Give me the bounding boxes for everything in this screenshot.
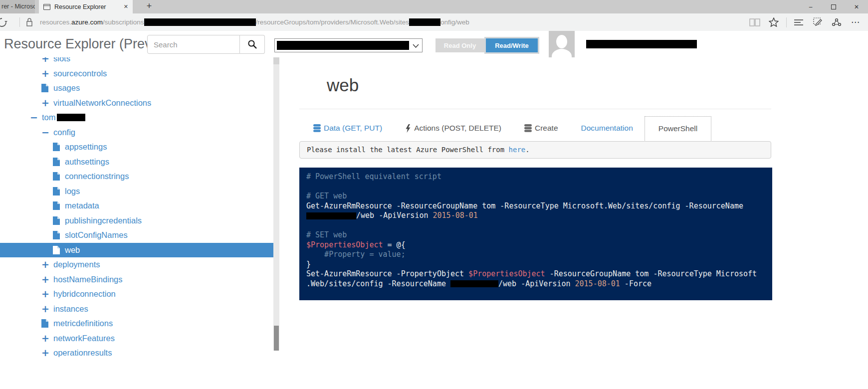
tree-item-slotConfigNames[interactable]: slotConfigNames xyxy=(0,228,273,243)
tree-item-label: config xyxy=(53,128,75,137)
code-line: Set-AzureRmResource -PropertyObject $Pro… xyxy=(306,269,767,279)
plus-icon[interactable]: + xyxy=(41,289,53,299)
file-icon xyxy=(53,216,65,225)
minus-icon[interactable]: − xyxy=(41,128,53,137)
tab-documentation[interactable]: Documentation xyxy=(574,118,641,139)
avatar[interactable] xyxy=(549,31,575,59)
sidebar-scrollbar[interactable] xyxy=(273,57,279,351)
file-icon xyxy=(53,187,65,195)
code-line xyxy=(306,182,767,192)
here-link[interactable]: here xyxy=(509,146,526,154)
tree-item-sourcecontrols[interactable]: +sourcecontrols xyxy=(0,66,273,81)
title-divider xyxy=(299,109,771,109)
minus-icon[interactable]: − xyxy=(30,113,42,122)
tab-title: Resource Explorer xyxy=(54,3,121,10)
window-maximize-button[interactable] xyxy=(822,0,845,13)
plus-icon[interactable]: + xyxy=(41,69,53,78)
redacted-text xyxy=(57,114,85,121)
subscription-dropdown[interactable] xyxy=(274,38,423,52)
file-icon xyxy=(53,172,65,181)
web-note-icon[interactable] xyxy=(808,15,827,30)
plus-icon[interactable]: + xyxy=(41,334,53,343)
hub-icon[interactable] xyxy=(789,15,808,30)
scrollbar-thumb[interactable] xyxy=(274,326,279,351)
tab-create[interactable]: Create xyxy=(517,118,566,139)
scrollbar-up-arrow[interactable] xyxy=(273,57,279,64)
tree-item-appsettings[interactable]: appsettings xyxy=(0,140,273,155)
search-input[interactable] xyxy=(147,35,240,54)
window-minimize-button[interactable]: – xyxy=(799,0,822,13)
tree-item-label: connectionstrings xyxy=(65,172,129,181)
tree-item-label: virtualNetworkConnections xyxy=(53,98,151,108)
plus-icon[interactable]: + xyxy=(41,275,53,284)
tree-item-hostNameBindings[interactable]: +hostNameBindings xyxy=(0,272,273,287)
lock-icon xyxy=(25,17,34,29)
tree-item-hybridconnection[interactable]: +hybridconnection xyxy=(0,287,273,302)
tree-item-web[interactable]: web xyxy=(0,243,273,258)
more-icon[interactable]: ⋯ xyxy=(846,15,865,30)
address-bar: resources.azure.com/subscriptions/resour… xyxy=(0,13,868,31)
plus-icon[interactable]: + xyxy=(41,304,53,314)
reading-view-icon[interactable] xyxy=(745,15,764,30)
resource-detail-panel: web Data (GET, PUT)Actions (POST, DELETE… xyxy=(279,57,868,389)
file-icon xyxy=(53,201,65,210)
tree-item-label: tom xyxy=(42,113,56,122)
search-icon xyxy=(247,39,257,49)
read-write-button[interactable]: Read/Write xyxy=(486,38,538,52)
tree-item-connectionstrings[interactable]: connectionstrings xyxy=(0,169,273,184)
tab-label: Documentation xyxy=(581,124,633,133)
tab-close-icon[interactable]: ✕ xyxy=(124,3,128,10)
tree-item-usages[interactable]: usages xyxy=(0,81,273,96)
browser-tabstrip: rer - Microso Resource Explorer ✕ + – ✕ xyxy=(0,0,868,13)
window-close-button[interactable]: ✕ xyxy=(845,0,868,13)
tree-item-metricdefinitions[interactable]: metricdefinitions xyxy=(0,316,273,331)
tree-item-label: authsettings xyxy=(65,157,109,167)
share-icon[interactable] xyxy=(827,15,846,30)
chevron-down-icon xyxy=(413,44,419,48)
plus-icon[interactable]: + xyxy=(41,260,53,269)
code-line: Get-AzureRmResource -ResourceGroupName t… xyxy=(306,201,767,211)
powershell-script-block[interactable]: # PowerShell equivalent script # GET web… xyxy=(299,168,772,300)
file-icon xyxy=(53,246,65,254)
resource-tree: +slots+sourcecontrolsusages+virtualNetwo… xyxy=(0,57,279,361)
plus-icon[interactable]: + xyxy=(41,348,53,358)
plus-icon[interactable]: + xyxy=(41,57,53,63)
tree-item-logs[interactable]: logs xyxy=(0,184,273,199)
tree-item-publishingcredentials[interactable]: publishingcredentials xyxy=(0,213,273,228)
detail-tabs: Data (GET, PUT)Actions (POST, DELETE)Cre… xyxy=(306,116,719,141)
background-tab[interactable]: rer - Microso xyxy=(0,0,35,13)
tree-item-label: hybridconnection xyxy=(53,289,116,299)
tree-item-instances[interactable]: +instances xyxy=(0,302,273,317)
tab-actions-post-delete[interactable]: Actions (POST, DELETE) xyxy=(398,118,509,139)
tree-item-slots[interactable]: +slots xyxy=(0,57,273,66)
tab-powershell[interactable]: PowerShell xyxy=(645,116,711,141)
favorites-star-icon[interactable] xyxy=(764,15,783,30)
database-icon xyxy=(524,124,532,132)
tree-item-operationresults[interactable]: +operationresults xyxy=(0,346,273,361)
tree-item-config[interactable]: −config xyxy=(0,125,273,140)
code-line: # GET web xyxy=(306,192,767,201)
refresh-icon[interactable] xyxy=(0,17,8,27)
active-tab[interactable]: Resource Explorer ✕ xyxy=(39,0,133,13)
new-tab-button[interactable]: + xyxy=(142,0,157,13)
tree-item-label: hostNameBindings xyxy=(53,275,123,284)
address-divider xyxy=(19,17,20,27)
tree-item-label: deployments xyxy=(53,260,100,269)
tree-item-metadata[interactable]: metadata xyxy=(0,198,273,213)
read-only-button[interactable]: Read Only xyxy=(435,38,484,52)
tree-item-label: usages xyxy=(53,83,80,93)
url-text[interactable]: resources.azure.com/subscriptions/resour… xyxy=(40,13,469,31)
code-line: } xyxy=(306,260,767,270)
redacted-text xyxy=(306,212,356,219)
tree-item-deployments[interactable]: +deployments xyxy=(0,257,273,272)
tree-item-label: web xyxy=(65,245,80,255)
tree-item-virtualNetworkConnections[interactable]: +virtualNetworkConnections xyxy=(0,96,273,111)
tree-item-networkFeatures[interactable]: +networkFeatures xyxy=(0,331,273,346)
search-button[interactable] xyxy=(240,35,265,54)
tree-item-tom[interactable]: −tom xyxy=(0,110,273,125)
tab-data-get-put[interactable]: Data (GET, PUT) xyxy=(306,118,390,139)
plus-icon[interactable]: + xyxy=(41,98,53,108)
tree-item-authsettings[interactable]: authsettings xyxy=(0,155,273,170)
tree-item-label: metadata xyxy=(65,201,99,210)
page-icon xyxy=(43,4,50,10)
